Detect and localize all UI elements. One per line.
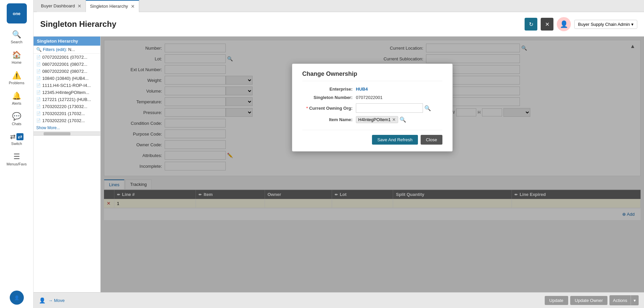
item-doc-icon: 📄: [36, 83, 41, 88]
item-label: 12345.H4IntegPOItem...: [42, 90, 89, 95]
sidebar: one 🔍 Search 🏠 Home ⚠️ Problems 🔔 Alerts…: [0, 0, 34, 308]
move-button[interactable]: → Move: [48, 298, 65, 303]
sidebar-item-chats[interactable]: 💬 Chats: [0, 109, 33, 129]
list-item[interactable]: 📄 1703202220 (173032...: [34, 103, 100, 110]
actions-dropdown-arrow[interactable]: ▾: [631, 295, 639, 305]
item-label: 1703202202 (17032...: [42, 118, 85, 123]
list-item[interactable]: 📄 08072022002 (08072...: [34, 68, 100, 75]
item-label: 08072022001 (08072...: [42, 62, 87, 67]
current-owning-org-input[interactable]: [356, 103, 423, 113]
item-label: 127221 (127221) (HUB...: [42, 97, 91, 102]
tab-singleton-hierarchy-label: Singleton Hierarchy: [90, 4, 128, 9]
side-panel-filters: 🔍 Filters (edit): N...: [34, 46, 100, 54]
bottom-right-actions: Update Update Owner Actions ▾: [545, 295, 639, 305]
list-item[interactable]: 📄 1703202201 (17032...: [34, 110, 100, 117]
item-doc-icon: 📄: [36, 118, 41, 123]
item-name-tag: H4IntegPOItem1 ✕: [356, 116, 398, 123]
filters-edit-link[interactable]: Filters (edit):: [43, 47, 67, 52]
item-name-tag-close[interactable]: ✕: [392, 117, 396, 122]
side-panel-header: Singleton Hierarchy: [34, 37, 100, 46]
user-role-dropdown[interactable]: Buyer Supply Chain Admin ▾: [574, 20, 637, 29]
enterprise-label: Enterprise:: [302, 87, 356, 92]
enterprise-value[interactable]: HUB4: [356, 87, 368, 92]
sidebar-label-search: Search: [11, 40, 22, 44]
tab-singleton-hierarchy[interactable]: Singleton Hierarchy ✕: [86, 0, 139, 12]
modal-current-owning-org-row: Current Owning Org: 🔍: [302, 103, 442, 113]
modal-footer: Save And Refresh Close: [302, 130, 442, 145]
tab-singleton-hierarchy-close[interactable]: ✕: [131, 4, 135, 9]
side-panel-title: Singleton Hierarchy: [37, 39, 78, 44]
tab-buyer-dashboard-close[interactable]: ✕: [77, 3, 82, 9]
page-title: Singleton Hierarchy: [40, 19, 116, 29]
horizontal-scrollbar[interactable]: [34, 132, 100, 136]
show-more-link[interactable]: Show More...: [34, 124, 100, 132]
modal-singleton-number-row: Singleton Number: 07072022001: [302, 95, 442, 100]
item-name-input-wrap: H4IntegPOItem1 ✕ 🔍: [356, 116, 406, 123]
list-item[interactable]: 📄 1703202202 (17032...: [34, 117, 100, 124]
app-logo[interactable]: one: [7, 3, 27, 23]
item-label: 08072022002 (08072...: [42, 69, 87, 74]
list-item[interactable]: 📄 08072022001 (08072...: [34, 61, 100, 68]
person-icon: 👤: [39, 297, 46, 304]
save-and-refresh-button[interactable]: Save And Refresh: [372, 135, 418, 145]
modal-item-name-row: Item Name: H4IntegPOItem1 ✕ 🔍: [302, 116, 442, 123]
sidebar-label-switch: Switch: [11, 142, 22, 146]
header-actions: ↻ ✕ 👤 Buyer Supply Chain Admin ▾: [525, 17, 637, 31]
singleton-number-label: Singleton Number:: [302, 95, 356, 100]
modal-overlay: Change Ownership Enterprise: HUB4 Single…: [101, 37, 644, 292]
update-button[interactable]: Update: [545, 296, 568, 305]
avatar-placeholder: 👤: [560, 20, 568, 28]
current-owning-org-label: Current Owning Org:: [302, 106, 356, 111]
user-profile-avatar: 👤: [557, 17, 571, 31]
current-owning-org-input-wrap: 🔍: [356, 103, 431, 113]
switch-icon: ⇄: [10, 133, 16, 141]
logo-text: one: [13, 11, 20, 16]
change-ownership-modal: Change Ownership Enterprise: HUB4 Single…: [292, 63, 453, 152]
sidebar-item-alerts[interactable]: 🔔 Alerts: [0, 88, 33, 109]
page-header: Singleton Hierarchy ↻ ✕ 👤 Buyer Supply C…: [34, 12, 644, 37]
right-panel: ▲ Number: Lot: 🔍: [101, 37, 644, 292]
sidebar-item-home[interactable]: 🏠 Home: [0, 47, 33, 68]
tab-buyer-dashboard-label: Buyer Dashboard: [41, 3, 75, 8]
item-doc-icon: 📄: [36, 76, 41, 81]
sidebar-label-menus: Menus/Favs: [7, 162, 27, 166]
sidebar-label-alerts: Alerts: [12, 101, 21, 105]
sidebar-item-search[interactable]: 🔍 Search: [0, 27, 33, 47]
item-label: 1703202201 (17032...: [42, 111, 85, 116]
sidebar-item-menus[interactable]: ☰ Menus/Favs: [0, 149, 33, 169]
bottom-left-actions: 👤 → Move: [39, 297, 65, 304]
main-area: Buyer Dashboard ✕ Singleton Hierarchy ✕ …: [34, 0, 644, 308]
home-icon: 🏠: [12, 51, 21, 59]
sidebar-label-problems: Problems: [9, 81, 24, 85]
item-label: 10840 (10840) (HUB4...: [42, 76, 89, 81]
filters-value: N...: [68, 47, 75, 52]
item-label: 1111.H4-SC11-ROP-I4...: [42, 83, 91, 88]
tab-buyer-dashboard[interactable]: Buyer Dashboard ✕: [37, 0, 86, 12]
sidebar-item-switch[interactable]: ⇄ ⇄ Switch: [0, 129, 33, 149]
scrollbar-thumb[interactable]: [44, 132, 70, 136]
list-item[interactable]: 📄 127221 (127221) (HUB...: [34, 96, 100, 103]
content-area: Singleton Hierarchy 🔍 Filters (edit): N.…: [34, 37, 644, 292]
list-item[interactable]: 📄 07072022001 (07072...: [34, 54, 100, 61]
close-button[interactable]: ✕: [541, 18, 553, 31]
item-doc-icon: 📄: [36, 69, 41, 73]
update-owner-button[interactable]: Update Owner: [570, 296, 608, 305]
list-item[interactable]: 📄 12345.H4IntegPOItem...: [34, 89, 100, 96]
list-item[interactable]: 📄 1111.H4-SC11-ROP-I4...: [34, 82, 100, 89]
sidebar-label-chats: Chats: [12, 122, 21, 126]
list-item[interactable]: 📄 10840 (10840) (HUB4...: [34, 75, 100, 82]
chevron-down-icon: ▾: [631, 22, 634, 27]
item-name-tag-label: H4IntegPOItem1: [358, 117, 391, 122]
close-modal-button[interactable]: Close: [421, 135, 442, 145]
current-owning-org-search-button[interactable]: 🔍: [424, 105, 431, 111]
menus-icon: ☰: [13, 152, 20, 161]
refresh-button[interactable]: ↻: [525, 18, 537, 31]
sidebar-label-home: Home: [12, 60, 21, 64]
item-name-search-button[interactable]: 🔍: [399, 116, 406, 123]
item-label: 07072022001 (07072...: [42, 55, 87, 60]
actions-button-main[interactable]: Actions: [609, 298, 631, 303]
sidebar-item-problems[interactable]: ⚠️ Problems: [0, 68, 33, 88]
user-avatar[interactable]: 👤: [10, 291, 24, 305]
item-doc-icon: 📄: [36, 97, 41, 102]
item-doc-icon: 📄: [36, 104, 41, 109]
